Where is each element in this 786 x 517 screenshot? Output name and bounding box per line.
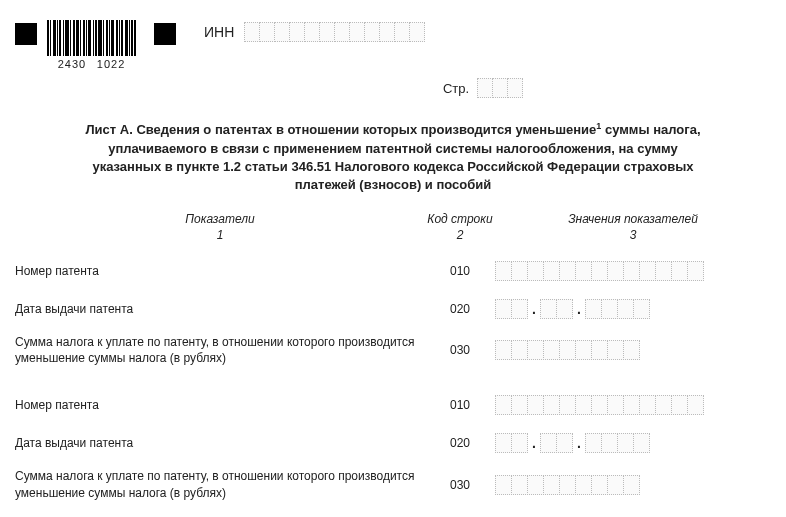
col-header-indicators: Показатели xyxy=(15,212,425,226)
label-patent-number: Номер патента xyxy=(15,263,425,279)
issue-date-input-1[interactable]: . . xyxy=(495,299,650,319)
row-issue-date: Дата выдачи патента 020 . . xyxy=(15,296,771,322)
row-tax-sum: Сумма налога к уплате по патенту, в отно… xyxy=(15,334,771,366)
title-line4: платежей (взносов) и пособий xyxy=(295,177,492,192)
col-num-2: 2 xyxy=(425,228,495,242)
issue-date-input-2[interactable]: . . xyxy=(495,433,650,453)
patent-number-input-2[interactable] xyxy=(495,395,704,415)
label-tax-sum: Сумма налога к уплате по патенту, в отно… xyxy=(15,468,425,500)
col-num-3: 3 xyxy=(495,228,771,242)
code-010: 010 xyxy=(425,398,495,412)
row-patent-number: Номер патента 010 xyxy=(15,392,771,418)
title-line1b: суммы налога, xyxy=(601,122,700,137)
row-issue-date: Дата выдачи патента 020 . . xyxy=(15,430,771,456)
inn-row: ИНН xyxy=(204,22,425,42)
date-separator: . xyxy=(528,301,540,317)
code-030: 030 xyxy=(425,343,495,357)
code-030: 030 xyxy=(425,478,495,492)
inn-label: ИНН xyxy=(204,24,234,40)
label-patent-number: Номер патента xyxy=(15,397,425,413)
title-line2: уплачиваемого в связи с применением пате… xyxy=(108,141,678,156)
date-separator: . xyxy=(528,435,540,451)
code-020: 020 xyxy=(425,302,495,316)
label-issue-date: Дата выдачи патента xyxy=(15,435,425,451)
page-row: Стр. xyxy=(195,78,771,98)
barcode-numbers: 2430 1022 xyxy=(47,58,136,70)
label-tax-sum: Сумма налога к уплате по патенту, в отно… xyxy=(15,334,425,366)
column-headers: Показатели Код строки Значения показател… xyxy=(15,212,771,226)
barcode-num-right: 1022 xyxy=(97,58,125,70)
title-line3: указанных в пункте 1.2 статьи 346.51 Нал… xyxy=(92,159,693,174)
code-010: 010 xyxy=(425,264,495,278)
row-tax-sum: Сумма налога к уплате по патенту, в отно… xyxy=(15,468,771,500)
barcode-num-left: 2430 xyxy=(58,58,86,70)
code-020: 020 xyxy=(425,436,495,450)
page-input[interactable] xyxy=(477,78,523,98)
barcode-icon xyxy=(47,20,136,56)
patent-number-input-1[interactable] xyxy=(495,261,704,281)
page-title: Лист А. Сведения о патентах в отношении … xyxy=(15,120,771,212)
col-num-1: 1 xyxy=(15,228,425,242)
corner-marker-right xyxy=(154,23,176,45)
header-row: 2430 1022 ИНН xyxy=(15,20,771,70)
page-label: Стр. xyxy=(443,81,469,96)
col-header-code: Код строки xyxy=(425,212,495,226)
column-numbers: 1 2 3 xyxy=(15,228,771,242)
date-separator: . xyxy=(573,301,585,317)
title-line1a: Лист А. Сведения о патентах в отношении … xyxy=(85,122,596,137)
col-header-values: Значения показателей xyxy=(495,212,771,226)
tax-sum-input-1[interactable] xyxy=(495,340,640,360)
date-separator: . xyxy=(573,435,585,451)
corner-marker-left xyxy=(15,23,37,45)
tax-sum-input-2[interactable] xyxy=(495,475,640,495)
label-issue-date: Дата выдачи патента xyxy=(15,301,425,317)
inn-input[interactable] xyxy=(244,22,425,42)
barcode-block: 2430 1022 xyxy=(47,20,136,70)
row-patent-number: Номер патента 010 xyxy=(15,258,771,284)
